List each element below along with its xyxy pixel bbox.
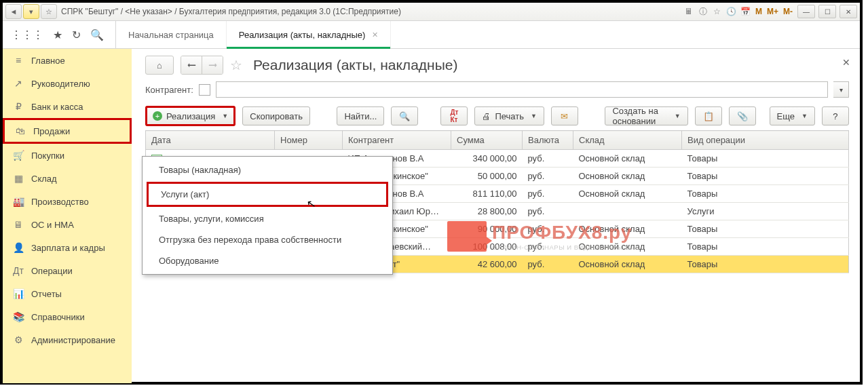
dropdown-item-1[interactable]: Услуги (акт)	[147, 182, 388, 207]
calc-icon[interactable]: 🖩	[683, 5, 695, 18]
close-window-button[interactable]: ✕	[839, 5, 857, 18]
caret-icon: ▼	[801, 113, 808, 119]
sidebar-item-2[interactable]: ₽Банк и касса	[3, 95, 132, 118]
history-dropdown-button[interactable]: ▾	[23, 4, 39, 19]
more-button[interactable]: Еще ▼	[770, 106, 815, 125]
caret-icon: ▼	[531, 113, 537, 119]
filter-label: Контрагент:	[145, 85, 193, 95]
history-icon[interactable]: ↻	[72, 28, 81, 41]
sidebar-item-3[interactable]: 🛍Продажи	[3, 118, 132, 144]
sidebar-icon: 🛒	[12, 150, 24, 161]
tab-label: Реализация (акты, накладные)	[239, 30, 366, 40]
tab-start[interactable]: Начальная страница	[116, 21, 227, 48]
tab-realization[interactable]: Реализация (акты, накладные) ✕	[227, 21, 392, 48]
col-currency[interactable]: Валюта	[523, 131, 573, 150]
printer-icon: 🖨	[482, 111, 491, 121]
dropdown-item-0[interactable]: Товары (накладная)	[143, 159, 392, 180]
realization-label: Реализация	[166, 111, 215, 121]
maximize-button[interactable]: ☐	[818, 5, 836, 18]
sidebar-item-4[interactable]: 🛒Покупки	[3, 144, 132, 167]
history-back-button[interactable]: ◄	[5, 4, 22, 19]
sidebar-item-1[interactable]: ↗Руководителю	[3, 72, 132, 95]
col-warehouse[interactable]: Склад	[573, 131, 682, 150]
sidebar-item-12[interactable]: ⚙Администрирование	[3, 328, 132, 351]
sidebar-icon: 📊	[12, 288, 24, 299]
help-button[interactable]: ?	[822, 106, 849, 125]
sidebar-label: Склад	[31, 174, 57, 184]
mail-button[interactable]: ✉	[551, 106, 578, 125]
back-button[interactable]: 🠔	[181, 56, 202, 74]
sidebar-icon: ₽	[12, 101, 24, 112]
copy-button[interactable]: Скопировать	[242, 106, 310, 125]
sidebar-label: Производство	[31, 197, 89, 207]
favorite-page-icon[interactable]: ☆	[230, 57, 242, 73]
sidebar-label: Отчеты	[31, 289, 62, 299]
sidebar-label: Банк и касса	[31, 102, 83, 112]
sidebar-icon: ▦	[12, 173, 24, 184]
filter-checkbox[interactable]	[199, 84, 210, 96]
dt-kt-button[interactable]: ДтКт	[440, 106, 468, 125]
star-small-icon[interactable]: ☆	[711, 5, 723, 18]
sidebar-label: Главное	[31, 56, 65, 66]
sidebar-icon: 👤	[12, 242, 24, 253]
zoom-mplus[interactable]: M+	[766, 7, 780, 16]
counterparty-input[interactable]	[216, 81, 828, 98]
counterparty-dropdown-button[interactable]: ▾	[833, 81, 849, 98]
sidebar-label: Руководителю	[31, 79, 90, 89]
sidebar-item-5[interactable]: ▦Склад	[3, 167, 132, 190]
zoom-mminus[interactable]: M-	[782, 7, 794, 16]
sidebar-label: Покупки	[31, 151, 64, 161]
search-icon[interactable]: 🔍	[90, 28, 104, 41]
col-operation[interactable]: Вид операции	[682, 131, 849, 150]
clock-icon[interactable]: 🕓	[725, 5, 738, 18]
favorite-nav-button[interactable]: ☆	[41, 4, 57, 19]
caret-icon: ▼	[222, 113, 228, 119]
sidebar-item-8[interactable]: 👤Зарплата и кадры	[3, 236, 132, 259]
page-title: Реализация (акты, накладные)	[253, 57, 457, 73]
sidebar-icon: ⚙	[12, 334, 24, 345]
sidebar-label: Операции	[31, 266, 73, 276]
sidebar-item-0[interactable]: ≡Главное	[3, 49, 132, 72]
sidebar-item-11[interactable]: 📚Справочники	[3, 305, 132, 328]
sidebar-icon: ↗	[12, 78, 24, 89]
realization-button[interactable]: + Реализация ▼	[145, 106, 235, 126]
sidebar-icon: 🛍	[14, 125, 26, 136]
clear-find-button[interactable]: 🔍	[391, 106, 418, 125]
dropdown-item-2[interactable]: Товары, услуги, комиссия	[143, 208, 392, 229]
col-sum[interactable]: Сумма	[451, 131, 523, 150]
sidebar: ≡Главное↗Руководителю₽Банк и касса🛍Прода…	[3, 49, 132, 383]
paste-button[interactable]: 📋	[695, 106, 722, 125]
sidebar-item-6[interactable]: 🏭Производство	[3, 190, 132, 213]
apps-grid-icon[interactable]: ⋮⋮⋮	[11, 28, 43, 41]
find-button[interactable]: Найти...	[337, 106, 384, 125]
nav-arrows: 🠔 🠖	[181, 56, 223, 75]
page-close-button[interactable]: ✕	[842, 57, 850, 68]
print-button[interactable]: 🖨 Печать ▼	[474, 106, 544, 125]
attach-button[interactable]: 📎	[729, 106, 756, 125]
tab-label: Начальная страница	[128, 30, 214, 40]
dropdown-item-4[interactable]: Оборудование	[143, 250, 392, 271]
sidebar-label: ОС и НМА	[31, 220, 74, 230]
forward-button[interactable]: 🠖	[202, 56, 223, 74]
create-basis-button[interactable]: Создать на основании ▼	[605, 106, 687, 125]
calendar-icon[interactable]: 📅	[740, 5, 752, 18]
zoom-m[interactable]: M	[754, 7, 763, 16]
dropdown-item-3[interactable]: Отгрузка без перехода права собственност…	[143, 229, 392, 250]
sidebar-item-7[interactable]: 🖥ОС и НМА	[3, 213, 132, 236]
col-counterparty[interactable]: Контрагент	[343, 131, 451, 150]
minimize-button[interactable]: —	[797, 5, 815, 18]
realization-dropdown-menu: Товары (накладная)Услуги (акт)Товары, ус…	[142, 156, 393, 275]
col-num[interactable]: Номер	[275, 131, 343, 150]
sidebar-item-9[interactable]: ДтОперации	[3, 259, 132, 282]
sidebar-icon: 🏭	[12, 196, 24, 207]
home-button[interactable]: ⌂	[145, 56, 174, 75]
sidebar-icon: 🖥	[12, 219, 24, 230]
sidebar-label: Продажи	[33, 126, 70, 136]
favorite-star-icon[interactable]: ★	[53, 28, 62, 41]
sidebar-item-10[interactable]: 📊Отчеты	[3, 282, 132, 305]
info-icon[interactable]: ⓘ	[697, 5, 709, 18]
tab-close-icon[interactable]: ✕	[372, 31, 378, 39]
col-date[interactable]: Дата	[146, 131, 275, 150]
table-header-row: Дата Номер Контрагент Сумма Валюта Склад…	[146, 131, 849, 150]
sidebar-icon: ≡	[12, 55, 24, 66]
